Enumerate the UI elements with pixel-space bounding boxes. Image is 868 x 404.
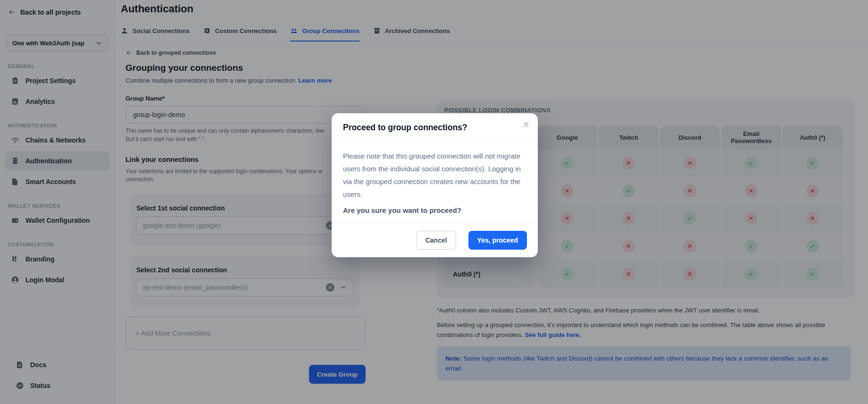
proceed-confirmation-dialog: Proceed to group connections? Please not… xyxy=(332,113,538,257)
yes-proceed-button[interactable]: Yes, proceed xyxy=(468,231,527,250)
dialog-body-text: Please note that this grouped connection… xyxy=(343,150,526,201)
close-icon[interactable] xyxy=(522,120,530,128)
app-window: Back to all projects One with Web3Auth (… xyxy=(0,0,868,404)
cancel-button[interactable]: Cancel xyxy=(417,231,456,250)
dialog-title: Proceed to group connections? xyxy=(343,123,526,133)
dialog-question: Are you sure you want to proceed? xyxy=(343,206,526,214)
